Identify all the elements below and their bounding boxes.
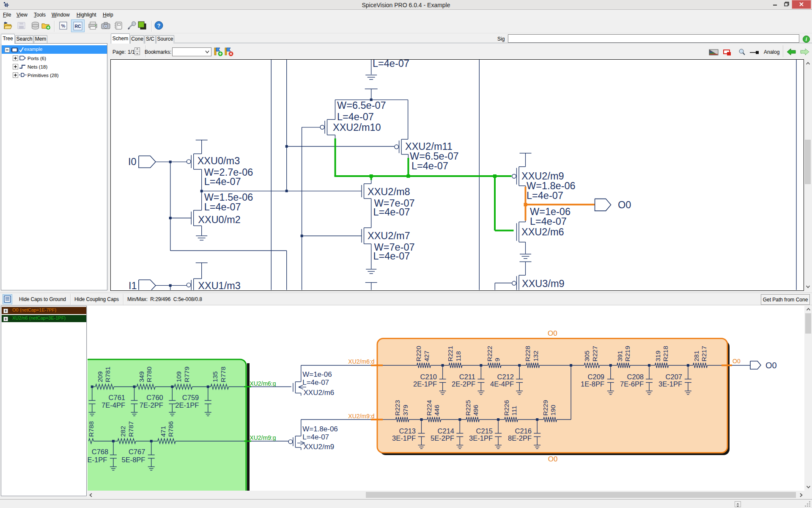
- svg-text:7E-2PF: 7E-2PF: [140, 401, 163, 409]
- svg-text:C214: C214: [438, 427, 454, 435]
- svg-text:C767: C767: [129, 448, 145, 456]
- svg-text:496: 496: [472, 405, 479, 416]
- svg-text:349: 349: [138, 371, 145, 382]
- svg-text:305: 305: [583, 351, 590, 362]
- svg-text:7E-6PF: 7E-6PF: [620, 380, 644, 388]
- svg-text:319: 319: [654, 351, 661, 362]
- svg-text:8E-2PF: 8E-2PF: [508, 434, 532, 442]
- svg-text:2E-1PF: 2E-1PF: [413, 380, 437, 388]
- svg-text:3E-1PF: 3E-1PF: [658, 380, 682, 388]
- svg-text:C760: C760: [146, 394, 163, 401]
- svg-text:W=6.5e-07: W=6.5e-07: [337, 100, 386, 111]
- svg-text:C759: C759: [182, 394, 199, 401]
- svg-text:L=4e-07: L=4e-07: [530, 216, 567, 227]
- svg-text:XU2/m9:d: XU2/m9:d: [348, 413, 374, 420]
- svg-text:XU2/m6:d: XU2/m6:d: [348, 358, 374, 365]
- svg-text:379: 379: [402, 405, 409, 416]
- svg-text:R788: R788: [88, 421, 95, 437]
- svg-text:R779: R779: [183, 367, 190, 382]
- svg-text:XXU0/m3: XXU0/m3: [198, 155, 240, 166]
- svg-text:R229: R229: [542, 400, 549, 416]
- svg-text:C210: C210: [420, 373, 437, 381]
- svg-text:W=1.8e-06: W=1.8e-06: [302, 425, 338, 433]
- svg-text:R221: R221: [447, 346, 454, 362]
- svg-text:282: 282: [119, 426, 126, 437]
- svg-text:1E-8PF: 1E-8PF: [581, 380, 604, 388]
- svg-text:XXU2/m9: XXU2/m9: [304, 443, 335, 451]
- svg-text:3E-1PF: 3E-1PF: [469, 434, 493, 442]
- svg-text:C208: C208: [627, 373, 644, 381]
- svg-text:209: 209: [96, 371, 104, 382]
- svg-text:L=4e-07: L=4e-07: [373, 251, 410, 262]
- svg-text:C768: C768: [92, 448, 108, 456]
- svg-text:XU2/m6:g: XU2/m6:g: [250, 380, 276, 387]
- svg-text:E-1PF: E-1PF: [88, 456, 107, 464]
- svg-text:?: ?: [157, 22, 161, 29]
- svg-text:5E-2PF: 5E-2PF: [431, 434, 454, 442]
- svg-text:391: 391: [616, 351, 623, 362]
- svg-text:132: 132: [532, 351, 539, 362]
- svg-text:XXU2/m10: XXU2/m10: [333, 122, 381, 133]
- svg-text:W=1e-06: W=1e-06: [302, 370, 332, 378]
- svg-text:111: 111: [510, 406, 518, 416]
- svg-text:L=4e-07: L=4e-07: [373, 60, 409, 69]
- svg-text:XU2/m9:g: XU2/m9:g: [250, 434, 276, 441]
- svg-text:L=4e-07: L=4e-07: [337, 111, 374, 122]
- svg-text:L=4e-07: L=4e-07: [204, 202, 241, 213]
- svg-text:5E-8PF: 5E-8PF: [121, 456, 145, 464]
- svg-text:7E-4PF: 7E-4PF: [102, 401, 125, 409]
- svg-text:I1: I1: [129, 280, 137, 290]
- svg-text:446: 446: [433, 405, 440, 416]
- svg-text:L=4e-07: L=4e-07: [302, 378, 329, 387]
- svg-text:L=4e-07: L=4e-07: [527, 190, 563, 201]
- svg-text:R218: R218: [662, 346, 669, 362]
- svg-text:4E-4PF: 4E-4PF: [490, 380, 514, 388]
- svg-text:R226: R226: [503, 400, 510, 416]
- svg-text:R220: R220: [415, 346, 422, 362]
- svg-text:O0: O0: [548, 455, 558, 463]
- svg-text:XXU2/m6: XXU2/m6: [521, 226, 564, 237]
- svg-text:C216: C216: [515, 427, 532, 435]
- svg-text:R781: R781: [104, 367, 111, 382]
- svg-text:XXU3/m9: XXU3/m9: [522, 278, 565, 289]
- svg-text:118: 118: [455, 351, 462, 362]
- svg-text:I0: I0: [128, 156, 137, 167]
- svg-text:C215: C215: [476, 427, 493, 435]
- svg-text:%: %: [61, 23, 66, 28]
- svg-text:9: 9: [494, 358, 501, 362]
- svg-text:O0: O0: [765, 361, 777, 370]
- svg-text:O0: O0: [548, 329, 557, 337]
- svg-text:R780: R780: [145, 367, 153, 382]
- svg-text:3E-1PF: 3E-1PF: [392, 434, 416, 442]
- svg-text:C209: C209: [588, 373, 604, 381]
- svg-text:190: 190: [549, 405, 557, 416]
- svg-text:2E-2PF: 2E-2PF: [452, 380, 475, 388]
- svg-text:R778: R778: [219, 367, 227, 382]
- svg-text:O0: O0: [732, 358, 741, 364]
- svg-text:R227: R227: [591, 346, 598, 362]
- svg-text:L=4e-07: L=4e-07: [373, 207, 410, 218]
- svg-text:XXU1/m3: XXU1/m3: [198, 280, 241, 290]
- svg-text:C761: C761: [109, 394, 125, 401]
- svg-text:427: 427: [423, 351, 430, 362]
- svg-text:C211: C211: [459, 373, 475, 381]
- svg-text:XXU0/m2: XXU0/m2: [198, 214, 241, 225]
- svg-text:109: 109: [176, 371, 183, 382]
- svg-text:2E-1PF: 2E-1PF: [175, 401, 199, 409]
- svg-text:R223: R223: [394, 400, 401, 416]
- svg-text:W=1e-06: W=1e-06: [530, 206, 571, 217]
- svg-text:C207: C207: [666, 373, 682, 381]
- svg-text:C212: C212: [497, 373, 514, 381]
- svg-text:L=4e-07: L=4e-07: [411, 160, 448, 171]
- svg-text:135: 135: [212, 371, 219, 382]
- svg-text:RC: RC: [74, 24, 81, 29]
- svg-text:L=4e-07: L=4e-07: [302, 433, 329, 441]
- svg-text:281: 281: [693, 351, 700, 362]
- svg-text:R228: R228: [524, 346, 531, 362]
- svg-text:R217: R217: [700, 346, 708, 362]
- svg-text:XXU2/m7: XXU2/m7: [368, 230, 410, 241]
- svg-text:R225: R225: [464, 400, 472, 416]
- svg-text:R219: R219: [624, 346, 631, 362]
- svg-text:R786: R786: [167, 421, 174, 437]
- svg-text:R224: R224: [425, 400, 433, 416]
